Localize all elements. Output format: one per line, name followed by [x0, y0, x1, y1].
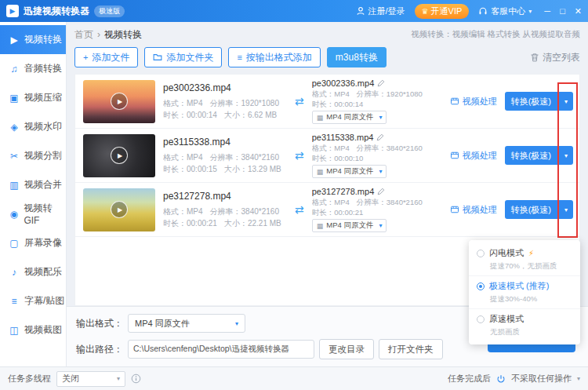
sidebar-item-video-watermark[interactable]: ◈ 视频水印	[0, 112, 66, 141]
rename-icon[interactable]	[377, 79, 385, 87]
sidebar-item-label: 视频压缩	[24, 91, 62, 104]
row-output-format-value: MP4 同原文件	[326, 221, 373, 231]
add-folder-label: 添加文件夹	[166, 51, 213, 64]
row-output-format-select[interactable]: ▦ MP4 同原文件 ▾	[312, 219, 387, 232]
caret-down-icon: ▾	[117, 375, 120, 382]
add-file-button[interactable]: + 添加文件	[74, 47, 138, 67]
breadcrumb-separator-icon: ›	[97, 29, 100, 40]
audio-convert-icon: ♫	[9, 64, 20, 75]
maximize-button[interactable]: □	[560, 7, 565, 16]
output-format-select[interactable]: MP4 同原文件 ▾	[128, 314, 245, 333]
source-filename: pe3002336.mp4	[163, 82, 287, 93]
row-output-format-select[interactable]: ▦ MP4 同原文件 ▾	[312, 165, 387, 178]
video-process-link[interactable]: 视频处理	[450, 204, 497, 216]
close-button[interactable]: ✕	[575, 7, 582, 16]
speed-mode-menu: 闪电模式 ⚡ 提速70%，无损画质 极速模式 (推荐) 提速30%-40% 原速…	[469, 240, 580, 344]
after-task-control[interactable]: 任务完成后 不采取任何操作 ▾	[448, 373, 580, 385]
convert-button[interactable]: 转换(极速)	[505, 146, 557, 165]
add-folder-button[interactable]: 添加文件夹	[144, 47, 222, 67]
convert-button[interactable]: 转换(极速)	[505, 92, 557, 111]
mode-option-lightning[interactable]: 闪电模式 ⚡ 提速70%，无损画质	[469, 243, 580, 275]
radio-icon	[477, 250, 485, 257]
row-output-format-value: MP4 同原文件	[326, 166, 373, 177]
titlebar-right: 注册/登录 ♛ 开通VIP 客服中心 ▾ ─ □ ✕	[356, 4, 582, 19]
edition-badge: 极速版	[94, 5, 125, 17]
play-icon[interactable]: ▶	[111, 201, 128, 218]
headset-icon	[478, 6, 488, 16]
trash-icon	[530, 53, 539, 62]
after-task-label: 任务完成后	[448, 373, 491, 385]
play-icon[interactable]: ▶	[111, 93, 128, 110]
open-folder-button[interactable]: 打开文件夹	[379, 339, 443, 359]
breadcrumb: 首页 › 视频转换	[74, 28, 142, 42]
sidebar-item-label: 视频合并	[24, 178, 62, 191]
sidebar: ▶ 视频转换 ♫ 音频转换 ▣ 视频压缩 ◈ 视频水印 ✂ 视频分割 ▥ 视频合…	[0, 22, 67, 366]
window-controls: ─ □ ✕	[544, 7, 582, 16]
breadcrumb-home[interactable]: 首页	[74, 28, 93, 42]
row-output-format-select[interactable]: ▦ MP4 同原文件 ▾	[312, 111, 387, 124]
after-task-value: 不采取任何操作	[511, 373, 572, 385]
output-info: pe3115338.mp4 格式：MP4分辨率：3840*2160 时长：00:…	[312, 133, 430, 179]
output-info: pe3002336.mp4 格式：MP4分辨率：1920*1080 时长：00:…	[312, 78, 430, 125]
convert-mode-dropdown-button[interactable]: ▾	[559, 200, 573, 219]
video-process-link[interactable]: 视频处理	[450, 96, 497, 108]
video-process-link[interactable]: 视频处理	[450, 150, 497, 162]
sidebar-item-video-compress[interactable]: ▣ 视频压缩	[0, 83, 66, 112]
sidebar-item-audio-convert[interactable]: ♫ 音频转换	[0, 54, 66, 83]
video-process-label: 视频处理	[463, 150, 497, 162]
play-icon[interactable]: ▶	[111, 147, 128, 164]
customer-service-button[interactable]: 客服中心 ▾	[478, 5, 532, 17]
output-path-input[interactable]	[128, 340, 314, 359]
convert-mode-dropdown-button[interactable]: ▾	[559, 92, 573, 111]
output-filename: pe3127278.mp4	[312, 187, 375, 197]
sidebar-item-video-split[interactable]: ✂ 视频分割	[0, 141, 66, 170]
clapper-icon	[450, 97, 459, 106]
convert-mode-dropdown-button[interactable]: ▾	[559, 146, 573, 165]
output-path-label: 输出路径：	[76, 343, 123, 356]
sidebar-item-video-snapshot[interactable]: ◫ 视频截图	[0, 315, 66, 344]
watermark-icon: ◈	[9, 122, 20, 133]
sidebar-item-label: 字幕/贴图	[24, 294, 64, 308]
source-info: pe3127278.mp4 格式：MP4分辨率：3840*2160 时长：00:…	[163, 191, 287, 229]
titlebar-left: ▶ 迅捷视频转换器 极速版	[6, 5, 125, 18]
video-thumbnail[interactable]: ▶	[83, 134, 155, 177]
sidebar-item-video-music[interactable]: ♪ 视频配乐	[0, 257, 66, 286]
sidebar-item-video-convert[interactable]: ▶ 视频转换	[0, 25, 66, 54]
mode-option-fast[interactable]: 极速模式 (推荐) 提速30%-40%	[469, 275, 580, 308]
mode-option-desc: 提速70%，无损画质	[490, 261, 572, 272]
feature-hint-text: 视频转换：视频编辑 格式转换 从视频提取音频	[411, 29, 580, 40]
rename-icon[interactable]	[377, 188, 385, 195]
info-icon[interactable]	[131, 374, 141, 384]
sidebar-item-subtitle-sticker[interactable]: ≡ 字幕/贴图	[0, 286, 66, 315]
lightning-icon: ⚡	[528, 249, 534, 257]
output-format-label: 输出格式：	[76, 317, 123, 330]
clapper-icon	[450, 205, 459, 214]
crown-icon: ♛	[422, 7, 429, 16]
subtitle-icon: ≡	[9, 296, 20, 307]
caret-down-icon: ▾	[564, 206, 568, 213]
clear-list-button[interactable]: 清空列表	[530, 51, 580, 64]
file-row: ▶ pe3115338.mp4 格式：MP4分辨率：3840*2160 时长：0…	[75, 129, 579, 183]
mode-option-original[interactable]: 原速模式 无损画质	[469, 308, 580, 341]
sidebar-item-video-merge[interactable]: ▥ 视频合并	[0, 170, 66, 199]
add-by-format-button[interactable]: ≡ 按输出格式添加	[228, 47, 320, 67]
multithread-select[interactable]: 关闭 ▾	[56, 371, 125, 387]
sidebar-item-label: 视频分割	[24, 149, 62, 162]
sidebar-item-screen-record[interactable]: ▢ 屏幕录像	[0, 228, 66, 257]
video-thumbnail[interactable]: ▶	[83, 80, 155, 123]
mode-option-desc: 无损画质	[490, 327, 572, 337]
statusbar: 任务多线程 关闭 ▾ 任务完成后 不采取任何操作 ▾	[0, 366, 588, 390]
sidebar-item-video-to-gif[interactable]: ◉ 视频转GIF	[0, 199, 66, 228]
vip-button[interactable]: ♛ 开通VIP	[415, 4, 470, 19]
app-title: 迅捷视频转换器	[24, 5, 89, 18]
rename-icon[interactable]	[376, 133, 384, 141]
video-thumbnail[interactable]: ▶	[83, 188, 155, 231]
split-icon: ✂	[9, 151, 20, 162]
login-button[interactable]: 注册/登录	[356, 5, 405, 17]
convert-button[interactable]: 转换(极速)	[505, 200, 557, 219]
m3u8-convert-button[interactable]: m3u8转换	[327, 47, 387, 67]
minimize-button[interactable]: ─	[544, 7, 550, 16]
source-filename: pe3115338.mp4	[163, 137, 287, 148]
caret-down-icon: ▾	[564, 152, 568, 159]
change-directory-button[interactable]: 更改目录	[319, 339, 374, 359]
